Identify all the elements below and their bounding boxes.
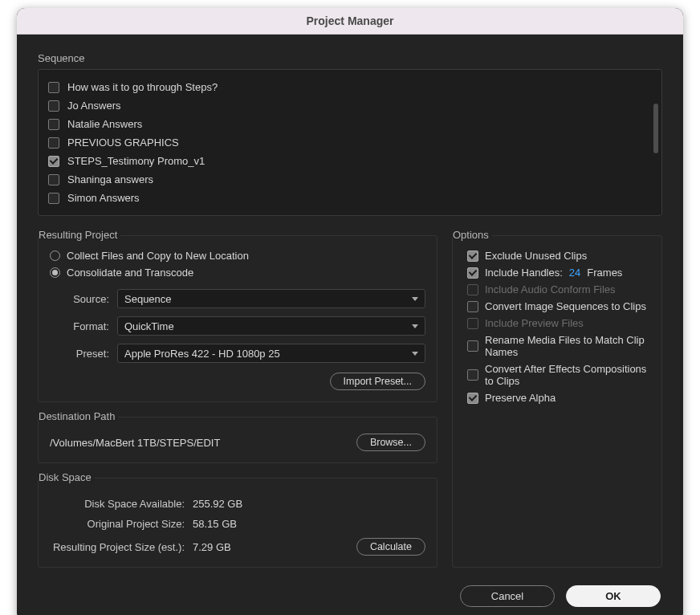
option-preserve-alpha[interactable]: Preserve Alpha (464, 389, 650, 406)
resulting-project-title: Resulting Project (39, 229, 120, 241)
checkbox-icon[interactable] (467, 250, 478, 262)
disk-result-label: Resulting Project Size (est.): (50, 541, 185, 553)
source-dropdown[interactable]: Sequence (117, 289, 425, 308)
browse-button[interactable]: Browse... (356, 434, 425, 451)
option-label: Include Handles: (485, 267, 563, 279)
disk-orig-label: Original Project Size: (50, 518, 185, 530)
project-manager-window: Project Manager Sequence How was it to g… (17, 8, 683, 615)
option-rename-media-files[interactable]: Rename Media Files to Match Clip Names (464, 332, 650, 360)
disk-space-title: Disk Space (39, 471, 95, 483)
checkbox-icon[interactable] (467, 301, 478, 312)
sequence-item-label: PREVIOUS GRAPHICS (67, 136, 179, 149)
disk-result-value: 7.29 GB (193, 541, 231, 553)
scrollbar-thumb[interactable] (653, 104, 658, 153)
calculate-button[interactable]: Calculate (356, 538, 425, 556)
sequence-item[interactable]: PREVIOUS GRAPHICS (47, 133, 653, 152)
sequence-item[interactable]: STEPS_Testimony Promo_v1 (47, 152, 653, 170)
sequence-list-box: How was it to go through Steps? Jo Answe… (38, 69, 662, 216)
option-label: Include Preview Files (485, 317, 584, 329)
preset-dropdown[interactable]: Apple ProRes 422 - HD 1080p 25 (117, 344, 425, 363)
option-label: Include Audio Conform Files (485, 283, 616, 295)
source-label: Source: (50, 293, 109, 305)
option-label: Exclude Unused Clips (485, 250, 587, 262)
destination-path-panel: Destination Path /Volumes/MacBert 1TB/ST… (38, 417, 438, 463)
checkbox-icon[interactable] (467, 393, 478, 404)
import-preset-button[interactable]: Import Preset... (330, 373, 425, 390)
sequence-item-label: How was it to go through Steps? (67, 81, 218, 93)
dropdown-value: Apple ProRes 422 - HD 1080p 25 (124, 348, 280, 360)
sequence-item[interactable]: Natalie Answers (47, 115, 653, 133)
radio-collect-files[interactable]: Collect Files and Copy to New Location (50, 247, 425, 264)
sequence-item[interactable]: Jo Answers (47, 96, 653, 115)
right-column: Options Exclude Unused Clips Include Han… (452, 235, 662, 568)
option-label: Convert After Effects Compositions to Cl… (485, 363, 650, 387)
sequence-label: Sequence (38, 52, 662, 64)
radio-label: Consolidate and Transcode (67, 267, 193, 279)
sequence-list: How was it to go through Steps? Jo Answe… (47, 78, 653, 207)
sequence-item[interactable]: Shaninga answers (47, 170, 653, 189)
option-label: Rename Media Files to Match Clip Names (485, 334, 650, 358)
checkbox-icon (467, 284, 478, 295)
checkbox-icon[interactable] (467, 340, 478, 352)
dialog-footer: Cancel OK (38, 585, 662, 607)
checkbox-icon[interactable] (48, 156, 59, 167)
disk-orig-value: 58.15 GB (193, 518, 237, 530)
left-column: Resulting Project Collect Files and Copy… (38, 235, 438, 568)
format-label: Format: (50, 320, 109, 332)
sequence-item[interactable]: Simon Answers (47, 189, 653, 207)
resulting-project-panel: Resulting Project Collect Files and Copy… (38, 235, 438, 402)
sequence-item-label: Simon Answers (67, 192, 140, 204)
option-include-audio-conform: Include Audio Conform Files (464, 281, 650, 298)
radio-consolidate-transcode[interactable]: Consolidate and Transcode (50, 264, 425, 281)
sequence-item-label: STEPS_Testimony Promo_v1 (67, 155, 205, 167)
option-label: Convert Image Sequences to Clips (485, 300, 646, 312)
radio-icon[interactable] (50, 267, 60, 278)
checkbox-icon[interactable] (48, 193, 59, 204)
chevron-down-icon (412, 324, 418, 328)
window-title: Project Manager (17, 8, 683, 35)
ok-button[interactable]: OK (566, 585, 661, 607)
dropdown-value: Sequence (124, 293, 172, 305)
sequence-item-label: Jo Answers (67, 100, 120, 112)
dropdown-value: QuickTime (124, 320, 174, 332)
checkbox-icon[interactable] (48, 137, 59, 149)
destination-title: Destination Path (39, 410, 118, 422)
option-label: Preserve Alpha (485, 392, 556, 404)
checkbox-icon[interactable] (48, 174, 59, 185)
radio-icon[interactable] (50, 250, 60, 261)
format-dropdown[interactable]: QuickTime (117, 316, 425, 336)
handles-value[interactable]: 24 (569, 267, 580, 279)
checkbox-icon (467, 318, 478, 329)
options-panel: Options Exclude Unused Clips Include Han… (452, 235, 662, 568)
destination-path-text: /Volumes/MacBert 1TB/STEPS/EDIT (50, 437, 220, 449)
disk-avail-value: 255.92 GB (193, 498, 242, 510)
sequence-item[interactable]: How was it to go through Steps? (47, 78, 653, 96)
chevron-down-icon (412, 297, 418, 301)
option-include-preview-files: Include Preview Files (464, 315, 650, 332)
options-title: Options (453, 229, 492, 241)
chevron-down-icon (412, 352, 418, 356)
option-include-handles[interactable]: Include Handles: 24 Frames (464, 264, 650, 281)
handles-unit: Frames (587, 267, 622, 279)
checkbox-icon[interactable] (467, 369, 478, 381)
checkbox-icon[interactable] (48, 82, 59, 93)
cancel-button[interactable]: Cancel (460, 585, 555, 607)
option-exclude-unused[interactable]: Exclude Unused Clips (464, 247, 650, 264)
option-convert-image-sequences[interactable]: Convert Image Sequences to Clips (464, 298, 650, 315)
option-convert-ae-comps[interactable]: Convert After Effects Compositions to Cl… (464, 360, 650, 389)
window-body: Sequence How was it to go through Steps?… (17, 35, 683, 615)
preset-label: Preset: (50, 348, 109, 360)
radio-label: Collect Files and Copy to New Location (67, 250, 249, 262)
sequence-item-label: Natalie Answers (67, 118, 142, 130)
checkbox-icon[interactable] (467, 267, 478, 279)
disk-space-panel: Disk Space Disk Space Available: 255.92 … (38, 478, 438, 568)
disk-avail-label: Disk Space Available: (50, 498, 185, 510)
checkbox-icon[interactable] (48, 100, 59, 112)
checkbox-icon[interactable] (48, 119, 59, 130)
sequence-item-label: Shaninga answers (67, 173, 153, 185)
